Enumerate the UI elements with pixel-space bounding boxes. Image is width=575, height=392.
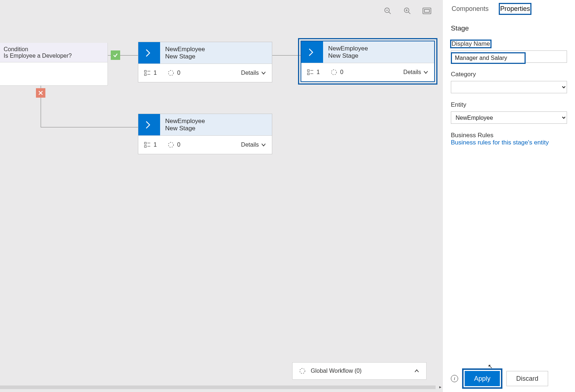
svg-point-25 — [168, 142, 174, 147]
svg-point-26 — [300, 368, 305, 373]
condition-header: Condition Is Employee a Developer? — [0, 43, 107, 62]
svg-rect-22 — [144, 146, 146, 147]
workflow-count: 0 — [331, 69, 343, 75]
svg-rect-17 — [307, 73, 309, 75]
business-rules-link[interactable]: Business rules for this stage's entity — [451, 139, 567, 146]
stage-header: NewEmployee New Stage — [301, 41, 434, 63]
stage-node[interactable]: NewEmployee New Stage 1 0 Details — [138, 42, 272, 82]
svg-point-15 — [168, 70, 174, 75]
stage-name: New Stage — [165, 125, 205, 132]
stage-node[interactable]: NewEmployee New Stage 1 0 Details — [138, 114, 272, 154]
connector — [272, 55, 301, 56]
stage-entity: NewEmployee — [165, 46, 205, 53]
workflow-count: 0 — [168, 142, 180, 148]
global-workflow-bar[interactable]: Global Workflow (0) — [292, 362, 427, 380]
entity-select[interactable]: NewEmployee — [451, 111, 567, 124]
panel-tabs: Components Properties — [451, 4, 567, 14]
condition-type-label: Condition — [4, 46, 104, 53]
stage-details-toggle[interactable]: Details — [403, 69, 428, 75]
stage-entity: NewEmployee — [328, 45, 368, 52]
svg-point-20 — [331, 70, 337, 75]
stage-metrics: 1 0 — [144, 70, 180, 76]
stage-icon — [138, 42, 160, 64]
stage-icon — [301, 41, 323, 63]
zoom-in-icon[interactable] — [403, 7, 412, 15]
condition-no-badge — [36, 88, 45, 98]
steps-count: 1 — [307, 69, 320, 75]
stage-header: NewEmployee New Stage — [138, 114, 272, 136]
stage-entity: NewEmployee — [165, 118, 205, 125]
stage-icon — [138, 114, 160, 135]
designer-canvas[interactable]: Condition Is Employee a Developer? NewEm… — [0, 0, 443, 392]
tab-properties[interactable]: Properties — [499, 4, 531, 14]
fit-to-screen-icon[interactable] — [423, 7, 431, 15]
display-name-label: Display Name — [451, 40, 491, 48]
stage-name: New Stage — [328, 52, 368, 60]
svg-rect-8 — [424, 9, 429, 12]
condition-text: Is Employee a Developer? — [4, 53, 104, 59]
svg-rect-21 — [144, 142, 146, 144]
condition-node[interactable]: Condition Is Employee a Developer? — [0, 43, 108, 86]
connector — [41, 127, 138, 127]
canvas-toolbar — [383, 7, 431, 15]
chevron-up-icon — [414, 368, 420, 374]
global-workflow-label: Global Workflow (0) — [311, 368, 362, 374]
business-rules-label: Business Rules — [451, 132, 567, 139]
entity-label: Entity — [451, 101, 466, 109]
properties-panel: Components Properties Stage Display Name… — [443, 0, 575, 392]
stage-details-toggle[interactable]: Details — [241, 142, 266, 148]
stage-header: NewEmployee New Stage — [138, 42, 272, 64]
zoom-out-icon[interactable] — [383, 7, 392, 15]
stage-name: New Stage — [165, 53, 205, 60]
panel-section-title: Stage — [451, 24, 567, 32]
svg-line-4 — [408, 12, 411, 14]
stage-metrics: 1 0 — [144, 142, 180, 148]
category-label: Category — [451, 71, 476, 78]
stage-details-toggle[interactable]: Details — [241, 70, 266, 76]
tab-components[interactable]: Components — [451, 4, 489, 14]
stage-node-selected[interactable]: NewEmployee New Stage 1 0 Details — [301, 41, 435, 82]
apply-button[interactable]: Apply ↖ — [465, 371, 500, 386]
category-select[interactable] — [451, 81, 567, 93]
info-icon[interactable]: i — [451, 375, 458, 382]
condition-yes-badge — [111, 50, 120, 60]
steps-count: 1 — [144, 142, 157, 148]
steps-count: 1 — [144, 70, 157, 76]
display-name-input[interactable] — [451, 53, 525, 64]
horizontal-scrollbar[interactable] — [0, 385, 436, 389]
svg-rect-16 — [307, 70, 309, 72]
workflow-count: 0 — [168, 70, 180, 76]
svg-rect-12 — [144, 74, 146, 75]
stage-metrics: 1 0 — [307, 69, 343, 75]
cursor-icon: ↖ — [488, 363, 493, 370]
svg-rect-11 — [144, 70, 146, 72]
discard-button[interactable]: Discard — [506, 371, 548, 386]
svg-line-1 — [389, 12, 391, 14]
